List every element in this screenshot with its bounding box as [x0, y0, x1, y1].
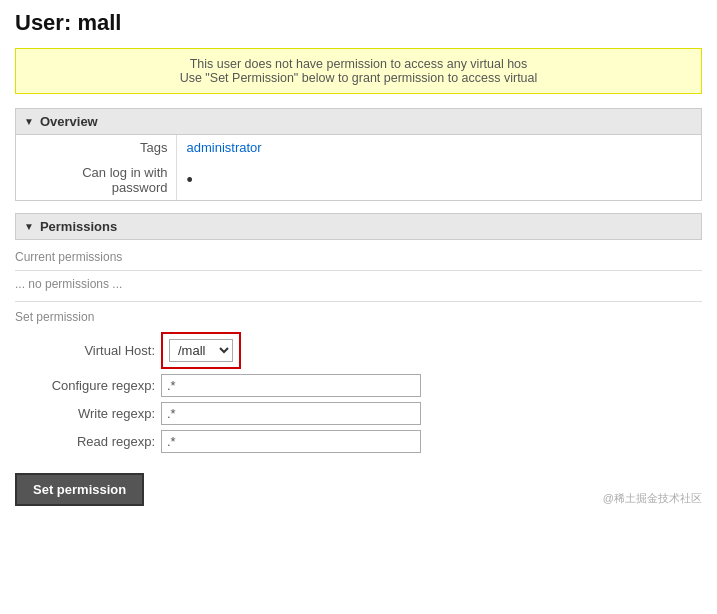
watermark-text: @稀土掘金技术社区: [603, 491, 702, 506]
current-permissions-label: Current permissions: [15, 244, 702, 266]
overview-table: Tags administrator Can log in with passw…: [16, 135, 701, 200]
read-input[interactable]: [161, 430, 421, 453]
write-label: Write regexp:: [35, 406, 155, 421]
configure-label: Configure regexp:: [35, 378, 155, 393]
overview-section: Tags administrator Can log in with passw…: [15, 135, 702, 201]
configure-regexp-row: Configure regexp:: [35, 374, 702, 397]
tags-value: administrator: [176, 135, 701, 160]
set-permission-label: Set permission: [15, 306, 702, 332]
footer-row: Set permission @稀土掘金技术社区: [15, 463, 702, 506]
can-login-value: •: [176, 160, 701, 200]
virtual-host-label: Virtual Host:: [35, 343, 155, 358]
configure-input[interactable]: [161, 374, 421, 397]
tag-link[interactable]: administrator: [187, 140, 262, 155]
virtual-host-box: /mall / /other: [161, 332, 241, 369]
permissions-section: Current permissions ... no permissions .…: [15, 244, 702, 506]
set-permission-form: Virtual Host: /mall / /other Configure r…: [15, 332, 702, 453]
write-input[interactable]: [161, 402, 421, 425]
read-label: Read regexp:: [35, 434, 155, 449]
overview-arrow-icon: ▼: [24, 116, 34, 127]
tags-label: Tags: [16, 135, 176, 160]
overview-header: ▼ Overview: [15, 108, 702, 135]
virtual-host-row: Virtual Host: /mall / /other: [35, 332, 702, 369]
set-permission-button[interactable]: Set permission: [15, 473, 144, 506]
virtual-host-select[interactable]: /mall / /other: [169, 339, 233, 362]
permissions-outer: ▼ Permissions Current permissions ... no…: [15, 213, 702, 506]
warning-banner: This user does not have permission to ac…: [15, 48, 702, 94]
write-regexp-row: Write regexp:: [35, 402, 702, 425]
divider: [15, 301, 702, 302]
read-regexp-row: Read regexp:: [35, 430, 702, 453]
page-title: User: mall: [15, 10, 702, 36]
permissions-header: ▼ Permissions: [15, 213, 702, 240]
divider: [15, 270, 702, 271]
permissions-arrow-icon: ▼: [24, 221, 34, 232]
table-row: Tags administrator: [16, 135, 701, 160]
can-login-label: Can log in with password: [16, 160, 176, 200]
no-permissions-text: ... no permissions ...: [15, 275, 702, 297]
table-row: Can log in with password •: [16, 160, 701, 200]
